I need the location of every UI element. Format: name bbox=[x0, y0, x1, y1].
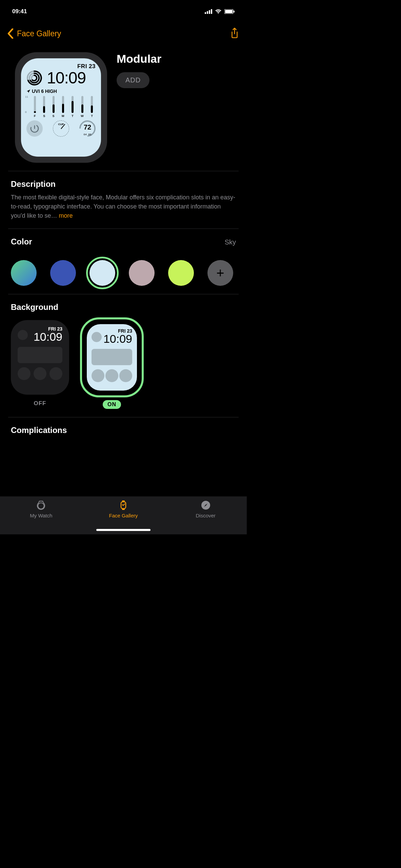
description-header: Description bbox=[11, 179, 236, 189]
tab-label: Discover bbox=[196, 513, 216, 518]
nav-bar: Face Gallery bbox=[0, 18, 247, 49]
background-header: Background bbox=[11, 302, 236, 312]
battery-icon bbox=[224, 9, 235, 14]
wifi-icon bbox=[215, 9, 222, 14]
tab-label: My Watch bbox=[30, 513, 52, 518]
share-button[interactable] bbox=[230, 27, 239, 40]
back-label: Face Gallery bbox=[17, 29, 61, 38]
svg-rect-3 bbox=[211, 9, 212, 14]
temperature-gauge: 72 64 88 bbox=[79, 120, 96, 137]
face-hero: FRI 23 10:09 UVI 6 HIGH 110 FSSMTWT bbox=[0, 49, 247, 171]
tab-my-watch[interactable]: My Watch bbox=[0, 500, 82, 534]
bar-column: F bbox=[34, 96, 36, 118]
bar-column: S bbox=[53, 96, 55, 118]
compass-icon bbox=[200, 500, 211, 511]
svg-rect-13 bbox=[122, 500, 125, 501]
svg-rect-14 bbox=[122, 509, 125, 510]
chevron-left-icon bbox=[7, 28, 14, 39]
color-swatch-gradient[interactable] bbox=[11, 260, 37, 286]
timer-icon bbox=[26, 120, 43, 137]
color-swatches: + bbox=[11, 260, 236, 286]
description-text: The most flexible digital-style face, Mo… bbox=[11, 193, 236, 220]
complications-header: Complications bbox=[11, 426, 236, 435]
status-bar: 09:41 bbox=[0, 0, 247, 18]
home-indicator[interactable] bbox=[96, 529, 151, 531]
complications-section: Complications bbox=[0, 417, 247, 459]
location-arrow-icon bbox=[26, 89, 31, 93]
face-title: Modular bbox=[117, 52, 161, 65]
bar-column: T bbox=[91, 96, 93, 118]
back-button[interactable]: Face Gallery bbox=[7, 28, 61, 39]
bar-column: W bbox=[81, 96, 84, 118]
background-option-label: OFF bbox=[34, 400, 46, 407]
add-button[interactable]: ADD bbox=[117, 72, 149, 88]
activity-rings-icon bbox=[26, 70, 42, 86]
cup-dial-icon: CUP bbox=[53, 120, 69, 137]
status-time: 09:41 bbox=[12, 8, 27, 15]
svg-rect-1 bbox=[207, 11, 208, 14]
svg-rect-6 bbox=[234, 11, 235, 13]
watch-icon bbox=[36, 500, 46, 511]
cellular-icon bbox=[205, 9, 212, 14]
preview-time: 10:09 bbox=[47, 68, 86, 87]
preview-bar-chart: 110 FSSMTWT bbox=[26, 95, 96, 118]
add-color-button[interactable]: + bbox=[207, 260, 233, 286]
bar-column: M bbox=[62, 96, 64, 118]
watch-screen: FRI 23 10:09 UVI 6 HIGH 110 FSSMTWT bbox=[21, 58, 101, 157]
svg-point-11 bbox=[38, 503, 44, 509]
svg-rect-2 bbox=[209, 10, 210, 14]
tab-bar: My Watch Face Gallery Discover bbox=[0, 496, 247, 534]
svg-rect-0 bbox=[205, 12, 206, 14]
background-option-on[interactable]: FRI 2310:09 ON bbox=[83, 320, 141, 409]
preview-uvi: UVI 6 HIGH bbox=[26, 88, 96, 94]
background-options: FRI 2310:09 OFF FRI 2310:09 ON bbox=[11, 320, 236, 409]
watch-preview[interactable]: FRI 23 10:09 UVI 6 HIGH 110 FSSMTWT bbox=[15, 52, 107, 163]
tab-label: Face Gallery bbox=[109, 513, 138, 518]
bar-column: S bbox=[43, 96, 45, 118]
watch-face-icon bbox=[118, 500, 129, 511]
color-selected-name: Sky bbox=[225, 238, 236, 246]
description-section: Description The most flexible digital-st… bbox=[0, 171, 247, 229]
color-swatch-sky[interactable] bbox=[89, 260, 115, 286]
svg-rect-5 bbox=[225, 10, 233, 13]
more-button[interactable]: more bbox=[59, 212, 73, 219]
color-header: Color bbox=[11, 237, 32, 246]
background-section: Background FRI 2310:09 OFF FRI 2310:09 O… bbox=[0, 294, 247, 417]
tab-discover[interactable]: Discover bbox=[164, 500, 247, 534]
share-icon bbox=[230, 27, 239, 38]
color-swatch-mauve[interactable] bbox=[129, 260, 155, 286]
color-section: Color Sky + bbox=[0, 229, 247, 294]
color-swatch-blue[interactable] bbox=[50, 260, 76, 286]
status-indicators bbox=[205, 9, 235, 14]
color-swatch-lime[interactable] bbox=[168, 260, 194, 286]
background-option-off[interactable]: FRI 2310:09 OFF bbox=[11, 320, 69, 407]
background-option-label: ON bbox=[103, 400, 121, 409]
bar-column: T bbox=[72, 96, 74, 118]
